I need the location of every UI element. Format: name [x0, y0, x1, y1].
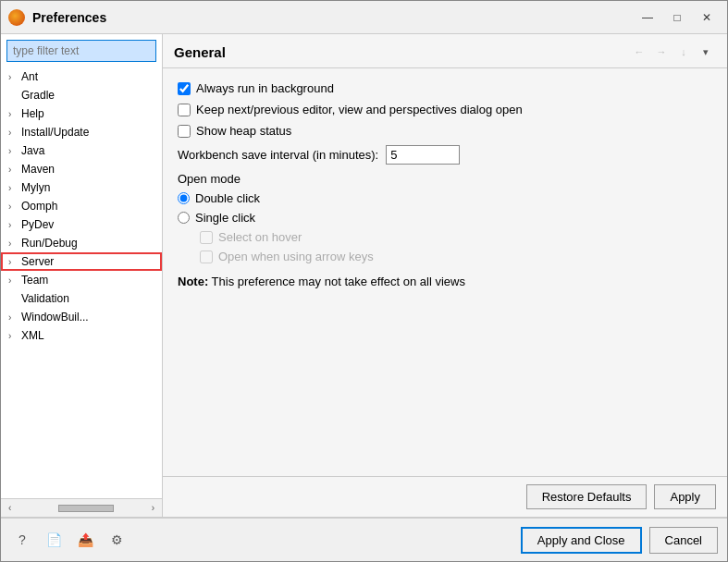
- sidebar-item-oomph[interactable]: ›Oomph: [1, 197, 162, 215]
- tree-arrow-icon: ›: [8, 109, 21, 119]
- sidebar-item-install-update[interactable]: ›Install/Update: [1, 123, 162, 141]
- keep-editor-text: Keep next/previous editor, view and pers…: [196, 103, 523, 116]
- panel-footer: Restore Defaults Apply: [163, 476, 727, 517]
- help-button[interactable]: ?: [10, 528, 34, 552]
- sidebar-item-label: Team: [21, 274, 48, 287]
- bottom-left-icons: ? 📄 📤 ⚙: [10, 528, 129, 552]
- single-click-label: Single click: [195, 211, 255, 225]
- main-panel: General ← → ↓ ▾ Always run in background: [163, 34, 727, 517]
- sidebar-item-java[interactable]: ›Java: [1, 141, 162, 160]
- horizontal-scrollbar[interactable]: [58, 505, 114, 512]
- back-button[interactable]: ←: [629, 42, 649, 62]
- window-controls: — □ ✕: [635, 7, 720, 28]
- tree-arrow-icon: ›: [8, 312, 21, 323]
- sidebar-item-label: Ant: [21, 70, 38, 83]
- double-click-label: Double click: [195, 191, 260, 205]
- always-run-text: Always run in background: [196, 81, 334, 95]
- tree-arrow-icon: ›: [8, 238, 21, 249]
- sidebar-item-label: Install/Update: [21, 126, 89, 139]
- restore-defaults-button[interactable]: Restore Defaults: [526, 484, 648, 509]
- single-click-option[interactable]: Single click: [178, 211, 712, 225]
- show-heap-label[interactable]: Show heap status: [178, 124, 291, 138]
- sidebar-item-gradle[interactable]: Gradle: [1, 86, 162, 104]
- nav-icons: ← → ↓ ▾: [629, 42, 716, 62]
- window-title: Preferences: [32, 10, 635, 25]
- keep-editor-label[interactable]: Keep next/previous editor, view and pers…: [178, 103, 523, 116]
- sidebar-item-label: WindowBuil...: [21, 311, 89, 324]
- sidebar-item-label: Run/Debug: [21, 237, 78, 250]
- sub-options: Select on hover Open when using arrow ke…: [200, 230, 712, 263]
- show-heap-text: Show heap status: [196, 124, 291, 138]
- filter-input[interactable]: [6, 40, 156, 62]
- sidebar-item-label: Help: [21, 107, 44, 120]
- select-hover-option: Select on hover: [200, 230, 712, 244]
- single-click-radio[interactable]: [178, 212, 190, 224]
- bottom-right-buttons: Apply and Close Cancel: [521, 527, 718, 554]
- workbench-label: Workbench save interval (in minutes):: [178, 148, 378, 162]
- always-run-checkbox[interactable]: [178, 82, 191, 95]
- sidebar-item-windowbuil---[interactable]: ›WindowBuil...: [1, 308, 162, 326]
- always-run-label[interactable]: Always run in background: [178, 81, 334, 95]
- apply-and-close-button[interactable]: Apply and Close: [521, 527, 642, 554]
- panel-title: General: [174, 44, 226, 60]
- tree-arrow-icon: ›: [8, 257, 21, 267]
- tree-arrow-icon: ›: [8, 72, 21, 82]
- open-mode-section: Open mode Double click Single click Sele…: [178, 172, 712, 263]
- open-arrow-checkbox: [200, 250, 213, 263]
- bottom-bar: ? 📄 📤 ⚙ Apply and Close Cancel: [1, 517, 727, 561]
- tree-scroll[interactable]: ›AntGradle›Help›Install/Update›Java›Mave…: [1, 67, 162, 498]
- panel-header: General ← → ↓ ▾: [163, 34, 727, 68]
- preferences-window: Preferences — □ ✕ ›AntGradle›Help›Instal…: [0, 0, 728, 562]
- cancel-button[interactable]: Cancel: [649, 527, 718, 554]
- sidebar-item-validation[interactable]: Validation: [1, 289, 162, 308]
- scroll-right-icon[interactable]: ›: [148, 503, 158, 513]
- sidebar-item-server[interactable]: ›Server: [1, 252, 162, 271]
- sidebar-item-pydev[interactable]: ›PyDev: [1, 215, 162, 234]
- workbench-row: Workbench save interval (in minutes):: [178, 145, 712, 165]
- tree-arrow-icon: ›: [8, 202, 21, 212]
- sidebar-item-label: XML: [21, 329, 44, 342]
- down-button[interactable]: ↓: [673, 42, 694, 62]
- sidebar-item-ant[interactable]: ›Ant: [1, 67, 162, 86]
- show-heap-checkbox[interactable]: [178, 125, 191, 138]
- sidebar-item-xml[interactable]: ›XML: [1, 326, 162, 345]
- minimize-button[interactable]: —: [635, 7, 660, 28]
- content-area: ›AntGradle›Help›Install/Update›Java›Mave…: [1, 34, 727, 517]
- always-run-row: Always run in background: [178, 81, 712, 95]
- forward-button[interactable]: →: [651, 42, 672, 62]
- open-arrow-option: Open when using arrow keys: [200, 250, 712, 263]
- panel-content: Always run in background Keep next/previ…: [163, 68, 727, 476]
- workbench-interval-input[interactable]: [386, 145, 460, 165]
- keep-editor-checkbox[interactable]: [178, 104, 191, 116]
- double-click-option[interactable]: Double click: [178, 191, 712, 205]
- sidebar: ›AntGradle›Help›Install/Update›Java›Mave…: [1, 34, 163, 517]
- tree-arrow-icon: ›: [8, 183, 21, 193]
- sidebar-item-label: Server: [21, 255, 54, 268]
- note-text: Note: This preference may not take effec…: [178, 275, 712, 288]
- tree-arrow-icon: ›: [8, 146, 21, 156]
- sidebar-nav: ‹ ›: [1, 498, 162, 517]
- select-hover-text: Select on hover: [218, 230, 302, 244]
- close-button[interactable]: ✕: [694, 7, 720, 28]
- double-click-radio[interactable]: [178, 192, 190, 204]
- sidebar-item-label: Maven: [21, 163, 55, 176]
- tree-arrow-icon: ›: [8, 331, 21, 341]
- scroll-left-icon[interactable]: ‹: [5, 503, 15, 513]
- note-content: This preference may not take effect on a…: [212, 275, 465, 288]
- tree-arrow-icon: ›: [8, 275, 21, 286]
- export-button[interactable]: 📄: [42, 528, 66, 552]
- sidebar-item-help[interactable]: ›Help: [1, 104, 162, 123]
- sidebar-item-label: Oomph: [21, 200, 57, 213]
- tree-arrow-icon: ›: [8, 165, 21, 175]
- nav-dropdown-button[interactable]: ▾: [696, 42, 716, 62]
- sidebar-item-run-debug[interactable]: ›Run/Debug: [1, 234, 162, 252]
- settings-button[interactable]: ⚙: [105, 528, 129, 552]
- import-button[interactable]: 📤: [73, 528, 97, 552]
- restore-button[interactable]: □: [664, 7, 690, 28]
- sidebar-item-label: PyDev: [21, 218, 54, 231]
- note-bold: Note:: [178, 275, 208, 288]
- sidebar-item-maven[interactable]: ›Maven: [1, 160, 162, 178]
- sidebar-item-team[interactable]: ›Team: [1, 271, 162, 289]
- apply-button[interactable]: Apply: [654, 484, 716, 509]
- sidebar-item-mylyn[interactable]: ›Mylyn: [1, 178, 162, 197]
